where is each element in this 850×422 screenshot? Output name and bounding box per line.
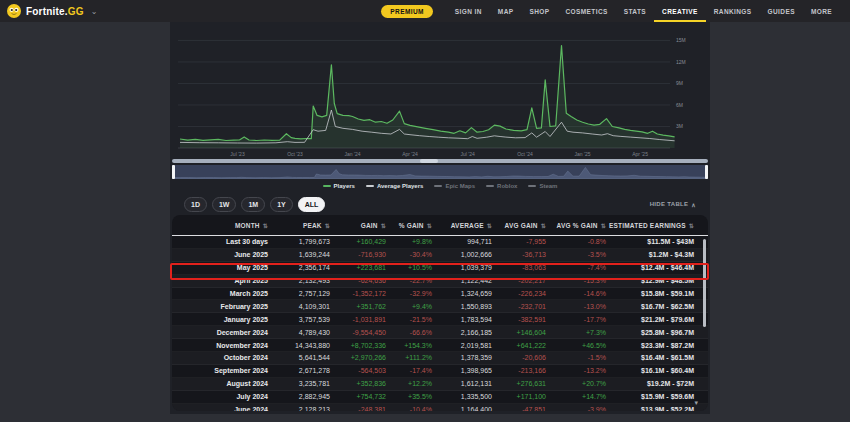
- column-header--gain[interactable]: % GAIN ⇅: [386, 222, 432, 229]
- legend-item-steam[interactable]: Steam: [528, 183, 557, 189]
- cell-gain-pct: +35.5%: [386, 393, 432, 400]
- brand[interactable]: Fortnite.GG ⌄: [7, 4, 97, 18]
- nav-item-guides[interactable]: GUIDES: [760, 0, 803, 22]
- cell-avg-gain: +171,100: [492, 393, 546, 400]
- premium-button[interactable]: PREMIUM: [381, 5, 433, 18]
- chevron-down-icon: ⌄: [91, 7, 98, 16]
- table-row[interactable]: April 20252,132,493-624,636-22.7%1,122,4…: [172, 275, 708, 288]
- cell-peak: 3,235,781: [268, 380, 330, 387]
- column-header-month[interactable]: MONTH ⇅: [172, 222, 268, 229]
- table-scroll-down-icon[interactable]: ▾: [694, 399, 698, 407]
- cell-gain: +8,702,336: [330, 342, 386, 349]
- range-button-1m[interactable]: 1M: [241, 197, 265, 212]
- cell-gain-pct: -22.7%: [386, 277, 432, 284]
- cell-earnings: $12.4M - $46.4M: [606, 264, 708, 271]
- stats-table: MONTH ⇅PEAK ⇅GAIN ⇅% GAIN ⇅AVERAGE ⇅AVG …: [172, 215, 708, 411]
- nav-item-creative[interactable]: CREATIVE: [654, 0, 706, 22]
- cell-avg-pct: -3.5%: [546, 251, 606, 258]
- legend-dash-icon: [528, 185, 536, 187]
- table-row[interactable]: September 20242,671,278-564,503-17.4%1,3…: [172, 365, 708, 378]
- column-header-peak[interactable]: PEAK ⇅: [268, 222, 330, 229]
- table-row[interactable]: March 20252,757,129-1,352,172-32.9%1,324…: [172, 288, 708, 301]
- column-header-avg-gain[interactable]: AVG % GAIN ⇅: [546, 222, 606, 229]
- range-button-1y[interactable]: 1Y: [270, 197, 293, 212]
- time-range-buttons: 1D1W1M1YALL: [184, 197, 325, 212]
- table-row[interactable]: August 20243,235,781+352,836+12.2%1,612,…: [172, 378, 708, 391]
- cell-month: November 2024: [172, 342, 268, 349]
- cell-average: 1,783,594: [432, 316, 492, 323]
- legend-item-roblox[interactable]: Roblox: [486, 183, 517, 189]
- nav-item-cosmetics[interactable]: COSMETICS: [558, 0, 616, 22]
- table-row[interactable]: May 20252,356,174+223,681+10.5%1,039,379…: [172, 262, 708, 275]
- cell-peak: 2,128,213: [268, 406, 330, 411]
- cell-month: June 2024: [172, 406, 268, 411]
- legend-item-epic-maps[interactable]: Epic Maps: [434, 183, 475, 189]
- column-header-average[interactable]: AVERAGE ⇅: [432, 222, 492, 229]
- chart-horizontal-scrollbar-thumb[interactable]: [420, 159, 438, 163]
- cell-gain: +160,429: [330, 238, 386, 245]
- table-row[interactable]: Last 30 days1,799,673+160,429+9.8%994,71…: [172, 236, 708, 249]
- cell-average: 994,711: [432, 238, 492, 245]
- navigator-left-handle[interactable]: [172, 165, 175, 179]
- table-row[interactable]: November 202414,343,880+8,702,336+154.3%…: [172, 339, 708, 352]
- table-row[interactable]: December 20244,789,430-9,554,450-66.6%2,…: [172, 326, 708, 339]
- cell-avg-gain: +146,604: [492, 329, 546, 336]
- cell-gain: +352,836: [330, 380, 386, 387]
- nav-item-map[interactable]: MAP: [490, 0, 522, 22]
- column-header-gain[interactable]: GAIN ⇅: [330, 222, 386, 229]
- cell-avg-gain: -226,234: [492, 290, 546, 297]
- table-row[interactable]: February 20254,109,301+351,762+9.4%1,550…: [172, 300, 708, 313]
- chart-horizontal-scrollbar[interactable]: [172, 159, 708, 163]
- table-row[interactable]: July 20242,882,945+754,732+35.5%1,335,50…: [172, 391, 708, 404]
- chart-range-navigator[interactable]: [172, 165, 708, 179]
- nav-items: SIGN INMAPSHOPCOSMETICSSTATSCREATIVERANK…: [447, 0, 840, 22]
- cell-average: 1,612,131: [432, 380, 492, 387]
- table-row[interactable]: January 20253,757,539-1,031,891-21.5%1,7…: [172, 313, 708, 326]
- table-row[interactable]: June 20251,639,244-716,930-30.4%1,002,66…: [172, 249, 708, 262]
- cell-avg-pct: -13.2%: [546, 367, 606, 374]
- cell-earnings: $1.2M - $4.3M: [606, 251, 708, 258]
- cell-average: 1,002,666: [432, 251, 492, 258]
- cell-avg-gain: -7,955: [492, 238, 546, 245]
- table-vertical-scrollbar-thumb[interactable]: [703, 239, 706, 327]
- nav-item-stats[interactable]: STATS: [616, 0, 654, 22]
- cell-avg-gain: -83,063: [492, 264, 546, 271]
- svg-text:12M: 12M: [676, 59, 686, 65]
- nav-item-sign-in[interactable]: SIGN IN: [447, 0, 490, 22]
- column-header-estimated-earnings[interactable]: ESTIMATED EARNINGS ⇅: [606, 222, 708, 229]
- cell-gain: -1,031,891: [330, 316, 386, 323]
- cell-peak: 2,132,493: [268, 277, 330, 284]
- chart-legend: PlayersAverage PlayersEpic MapsRobloxSte…: [170, 183, 710, 189]
- cell-gain: +351,762: [330, 303, 386, 310]
- cell-month: August 2024: [172, 380, 268, 387]
- legend-item-average-players[interactable]: Average Players: [366, 183, 423, 189]
- cell-gain: -248,381: [330, 406, 386, 411]
- range-button-1w[interactable]: 1W: [212, 197, 237, 212]
- cell-earnings: $15.8M - $59.1M: [606, 290, 708, 297]
- cell-avg-pct: +7.3%: [546, 329, 606, 336]
- svg-text:6M: 6M: [676, 102, 683, 108]
- cell-earnings: $11.5M - $43M: [606, 238, 708, 245]
- nav-item-rankings[interactable]: RANKINGS: [706, 0, 760, 22]
- cell-month: September 2024: [172, 367, 268, 374]
- cell-peak: 2,356,174: [268, 264, 330, 271]
- players-chart[interactable]: 3M6M9M12M15MJul '23Oct '23Jan '24Apr '24…: [170, 24, 710, 160]
- cell-month: July 2024: [172, 393, 268, 400]
- nav-item-more[interactable]: MORE: [803, 0, 840, 22]
- nav-item-shop[interactable]: SHOP: [521, 0, 557, 22]
- cell-avg-pct: -7.4%: [546, 264, 606, 271]
- legend-dash-icon: [434, 185, 442, 187]
- table-row[interactable]: June 20242,128,213-248,381-10.4%1,164,40…: [172, 404, 708, 411]
- range-button-1d[interactable]: 1D: [184, 197, 207, 212]
- column-header-avg-gain[interactable]: AVG GAIN ⇅: [492, 222, 546, 229]
- cell-month: February 2025: [172, 303, 268, 310]
- legend-item-players[interactable]: Players: [323, 183, 355, 189]
- hide-table-button[interactable]: HIDE TABLE ∧: [650, 201, 696, 208]
- navigator-right-handle[interactable]: [705, 165, 708, 179]
- range-button-all[interactable]: ALL: [298, 197, 326, 212]
- svg-text:Apr '24: Apr '24: [402, 151, 418, 157]
- cell-avg-pct: -13.0%: [546, 303, 606, 310]
- cell-gain-pct: +9.8%: [386, 238, 432, 245]
- cell-month: October 2024: [172, 354, 268, 361]
- table-row[interactable]: October 20245,641,544+2,970,266+111.2%1,…: [172, 352, 708, 365]
